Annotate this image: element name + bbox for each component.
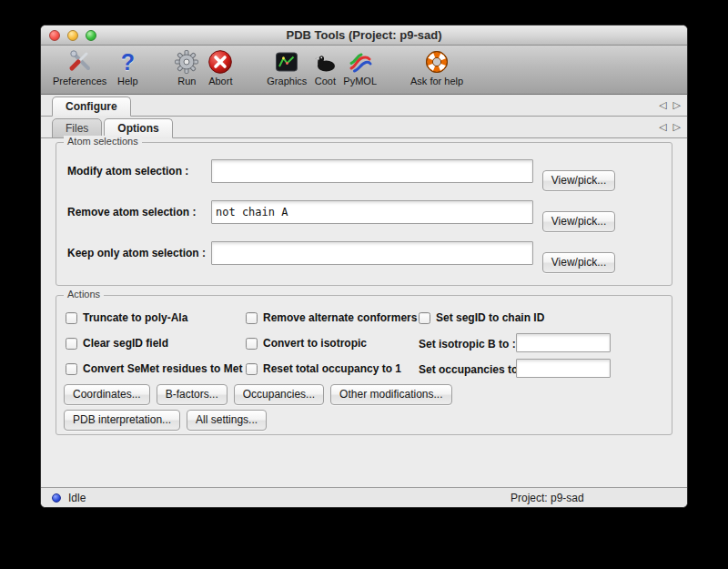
view-pick-button-modify[interactable]: View/pick...: [542, 170, 615, 191]
keep-only-atom-selection-label: Keep only atom selection :: [67, 247, 206, 259]
tab-files-label: Files: [66, 122, 88, 135]
checkbox-label: Set segID to chain ID: [436, 311, 544, 324]
remove-atom-selection-label: Remove atom selection :: [67, 206, 196, 218]
all-settings-button[interactable]: All settings...: [187, 410, 267, 431]
checkbox-label: Remove alternate conformers: [263, 311, 417, 324]
other-modifications-button[interactable]: Other modifications...: [330, 384, 451, 405]
actions-button-row-2: PDB interpretation... All settings...: [64, 410, 267, 431]
titlebar[interactable]: PDB Tools (Project: p9-sad): [41, 25, 687, 46]
checkbox-label: Convert SeMet residues to Met: [83, 362, 242, 375]
checkbox-convert-semet-to-met[interactable]: Convert SeMet residues to Met: [66, 361, 242, 376]
toolbar-button-run[interactable]: Run: [174, 49, 199, 86]
atom-selections-group: Atom selections Modify atom selection : …: [56, 142, 672, 286]
occupancies-button[interactable]: Occupancies...: [234, 384, 324, 405]
zoom-window-button[interactable]: [86, 30, 96, 41]
status-text: Idle: [68, 492, 86, 504]
keep-only-atom-selection-input[interactable]: [211, 241, 533, 265]
toolbar-label-coot: Coot: [315, 76, 336, 86]
modify-atom-selection-label: Modify atom selection :: [67, 165, 188, 178]
minimize-window-button[interactable]: [67, 30, 78, 41]
checkbox-label: Convert to isotropic: [263, 337, 367, 350]
pymol-icon: [348, 49, 373, 75]
pdb-interpretation-button[interactable]: PDB interpretation...: [64, 410, 180, 431]
actions-group-title: Actions: [64, 289, 104, 300]
inner-tab-scroll: ◁ ▷: [655, 121, 681, 133]
toolbar-label-preferences: Preferences: [53, 76, 106, 86]
atom-selections-group-title: Atom selections: [64, 136, 142, 147]
toolbar-button-abort[interactable]: Abort: [207, 49, 233, 86]
checkbox-clear-segid-field[interactable]: Clear segID field: [66, 336, 168, 351]
tab-options-label: Options: [117, 122, 158, 135]
checkbox-label: Truncate to poly-Ala: [83, 311, 187, 324]
set-occupancies-label: Set occupancies to :: [419, 363, 525, 376]
checkbox-convert-to-isotropic[interactable]: Convert to isotropic: [246, 336, 367, 351]
set-isotropic-b-label: Set isotropic B to :: [419, 338, 516, 351]
remove-atom-selection-input[interactable]: [211, 200, 533, 224]
checkbox-reset-total-occupancy[interactable]: Reset total occupancy to 1: [246, 361, 401, 376]
checkbox-box-icon[interactable]: [246, 363, 258, 375]
window-controls: [49, 30, 96, 41]
toolbar-button-coot[interactable]: Coot: [312, 49, 338, 86]
tab-configure[interactable]: Configure: [52, 97, 131, 117]
checkbox-box-icon[interactable]: [66, 338, 77, 350]
life-ring-icon: [424, 49, 450, 75]
tab-scroll-left-icon[interactable]: ◁: [659, 99, 666, 110]
toolbar-label-run: Run: [177, 76, 196, 86]
set-occupancies-input[interactable]: [516, 359, 611, 378]
coot-icon: [312, 49, 338, 75]
keep-only-atom-selection-row: Keep only atom selection : View/pick...: [66, 241, 664, 265]
checkbox-box-icon[interactable]: [66, 312, 77, 324]
actions-group: Actions Truncate to poly-Ala Clear segID…: [56, 295, 672, 435]
checkbox-label: Reset total occupancy to 1: [263, 362, 401, 375]
modify-atom-selection-input[interactable]: [211, 159, 533, 183]
close-window-button[interactable]: [49, 30, 60, 41]
project-label: Project: p9-sad: [511, 492, 584, 504]
tab-scroll-left-icon[interactable]: ◁: [659, 121, 666, 132]
toolbar-button-preferences[interactable]: Preferences: [53, 49, 106, 86]
graphics-icon: [274, 49, 299, 75]
checkbox-set-segid-to-chain-id[interactable]: Set segID to chain ID: [419, 310, 544, 325]
checkbox-box-icon[interactable]: [419, 312, 430, 324]
set-isotropic-b-input[interactable]: [516, 333, 611, 352]
toolbar-button-graphics[interactable]: Graphics: [267, 49, 307, 86]
toolbar-label-abort: Abort: [208, 76, 232, 86]
toolbar-label-pymol: PyMOL: [343, 76, 377, 86]
checkbox-label: Clear segID field: [83, 337, 168, 350]
tab-scroll-right-icon[interactable]: ▷: [673, 99, 681, 110]
abort-icon: [207, 49, 233, 75]
tab-scroll-right-icon[interactable]: ▷: [673, 121, 681, 132]
checkbox-truncate-to-poly-ala[interactable]: Truncate to poly-Ala: [66, 310, 187, 325]
tab-configure-label: Configure: [66, 100, 117, 113]
view-pick-button-remove[interactable]: View/pick...: [542, 211, 615, 232]
outer-tab-scroll: ◁ ▷: [655, 99, 681, 111]
status-indicator-icon: [52, 493, 61, 503]
app-window: PDB Tools (Project: p9-sad) Preferences …: [40, 25, 688, 508]
actions-button-row-1: Coordinates... B-factors... Occupancies.…: [64, 384, 452, 405]
coordinates-button[interactable]: Coordinates...: [64, 384, 150, 405]
statusbar: Idle Project: p9-sad: [41, 487, 687, 507]
b-factors-button[interactable]: B-factors...: [157, 384, 228, 405]
toolbar: Preferences ? Help Run: [41, 46, 687, 95]
view-pick-button-keep[interactable]: View/pick...: [542, 252, 615, 273]
toolbar-label-ask-for-help: Ask for help: [410, 76, 463, 86]
remove-atom-selection-row: Remove atom selection : View/pick...: [66, 200, 664, 224]
checkbox-box-icon[interactable]: [246, 338, 258, 350]
outer-tabbar: Configure ◁ ▷: [41, 95, 687, 117]
run-gear-icon: [174, 49, 199, 75]
help-icon: ?: [115, 49, 140, 75]
toolbar-label-graphics: Graphics: [267, 76, 307, 86]
modify-atom-selection-row: Modify atom selection : View/pick...: [66, 159, 664, 183]
toolbar-button-help[interactable]: ? Help: [115, 49, 140, 86]
checkbox-remove-alternate-conformers[interactable]: Remove alternate conformers: [246, 310, 417, 325]
checkbox-box-icon[interactable]: [66, 363, 77, 375]
toolbar-button-ask-for-help[interactable]: Ask for help: [410, 49, 463, 86]
toolbar-label-help: Help: [117, 76, 138, 86]
toolbar-button-pymol[interactable]: PyMOL: [343, 49, 377, 86]
preferences-icon: [67, 49, 93, 75]
checkbox-box-icon[interactable]: [246, 312, 258, 324]
window-title: PDB Tools (Project: p9-sad): [41, 25, 687, 46]
